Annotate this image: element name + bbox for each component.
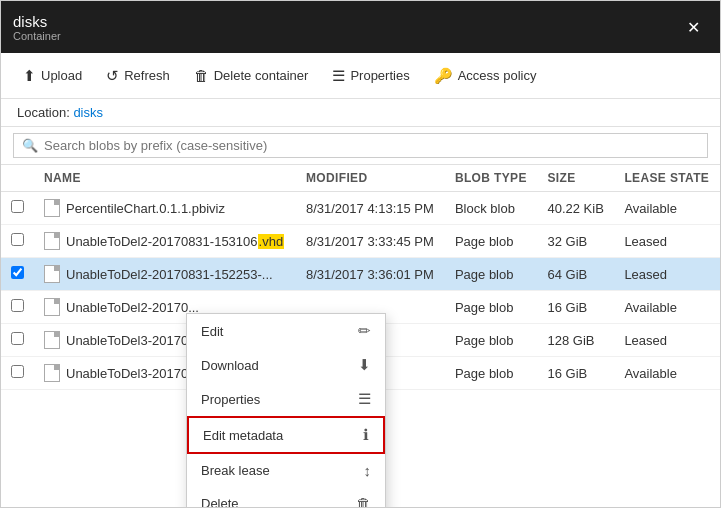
properties-button[interactable]: ☰ Properties — [322, 62, 419, 90]
row-size: 16 GiB — [537, 291, 614, 324]
file-icon — [44, 265, 60, 283]
break-lease-icon: ↕ — [364, 462, 372, 479]
access-policy-label: Access policy — [458, 68, 537, 83]
row-checkbox[interactable] — [1, 291, 34, 324]
context-edit-metadata-label: Edit metadata — [203, 428, 283, 443]
col-blobtype: BLOB TYPE — [445, 165, 538, 192]
window-subtitle: Container — [13, 30, 61, 42]
upload-button[interactable]: ⬆ Upload — [13, 62, 92, 90]
properties-icon: ☰ — [332, 67, 345, 85]
file-icon — [44, 232, 60, 250]
row-leasestate: Available — [614, 357, 720, 390]
content-area: NAME MODIFIED BLOB TYPE SIZE LEASE STATE… — [1, 165, 720, 507]
row-blobtype: Page blob — [445, 225, 538, 258]
delete-container-icon: 🗑 — [194, 67, 209, 84]
access-policy-button[interactable]: 🔑 Access policy — [424, 62, 547, 90]
search-input[interactable] — [44, 138, 699, 153]
row-leasestate: Available — [614, 291, 720, 324]
context-menu-break-lease[interactable]: Break lease ↕ — [187, 454, 385, 487]
close-button[interactable]: ✕ — [679, 14, 708, 41]
file-name: UnableToDel3-20170... — [66, 333, 199, 348]
file-icon — [44, 298, 60, 316]
row-blobtype: Page blob — [445, 324, 538, 357]
access-policy-icon: 🔑 — [434, 67, 453, 85]
context-menu-edit[interactable]: Edit ✏ — [187, 314, 385, 348]
edit-icon: ✏ — [358, 322, 371, 340]
upload-label: Upload — [41, 68, 82, 83]
row-checkbox[interactable] — [1, 225, 34, 258]
row-modified: 8/31/2017 4:13:15 PM — [296, 192, 445, 225]
context-menu: Edit ✏ Download ⬇ Properties ☰ Edit meta… — [186, 313, 386, 507]
context-menu-properties[interactable]: Properties ☰ — [187, 382, 385, 416]
context-properties-label: Properties — [201, 392, 260, 407]
row-name: UnableToDel2-20170831-152253-... — [34, 258, 296, 291]
table-row[interactable]: UnableToDel2-20170831-152253-... 8/31/20… — [1, 258, 720, 291]
toolbar: ⬆ Upload ↺ Refresh 🗑 Delete container ☰ … — [1, 53, 720, 99]
file-name: UnableToDel2-20170831-153106.vhd — [66, 234, 284, 249]
properties-list-icon: ☰ — [358, 390, 371, 408]
delete-container-label: Delete container — [214, 68, 309, 83]
context-download-label: Download — [201, 358, 259, 373]
row-name: UnableToDel2-20170831-153106.vhd — [34, 225, 296, 258]
table-header-row: NAME MODIFIED BLOB TYPE SIZE LEASE STATE — [1, 165, 720, 192]
file-name: UnableToDel3-20170... — [66, 366, 199, 381]
table-row[interactable]: PercentileChart.0.1.1.pbiviz 8/31/2017 4… — [1, 192, 720, 225]
row-modified: 8/31/2017 3:33:45 PM — [296, 225, 445, 258]
file-name: PercentileChart.0.1.1.pbiviz — [66, 201, 225, 216]
row-leasestate: Leased — [614, 258, 720, 291]
refresh-button[interactable]: ↺ Refresh — [96, 62, 180, 90]
title-bar: disks Container ✕ — [1, 1, 720, 53]
row-checkbox[interactable] — [1, 324, 34, 357]
context-menu-delete[interactable]: Delete 🗑 — [187, 487, 385, 507]
file-icon — [44, 331, 60, 349]
refresh-label: Refresh — [124, 68, 170, 83]
upload-icon: ⬆ — [23, 67, 36, 85]
table-row[interactable]: UnableToDel2-20170831-153106.vhd 8/31/20… — [1, 225, 720, 258]
col-modified: MODIFIED — [296, 165, 445, 192]
row-checkbox[interactable] — [1, 192, 34, 225]
download-icon: ⬇ — [358, 356, 371, 374]
search-bar: 🔍 — [1, 127, 720, 165]
col-leasestate: LEASE STATE — [614, 165, 720, 192]
row-size: 128 GiB — [537, 324, 614, 357]
search-icon: 🔍 — [22, 138, 38, 153]
location-label: Location: — [17, 105, 70, 120]
context-edit-label: Edit — [201, 324, 223, 339]
name-highlight: .vhd — [258, 234, 285, 249]
file-icon — [44, 364, 60, 382]
row-leasestate: Leased — [614, 225, 720, 258]
file-name: UnableToDel2-20170... — [66, 300, 199, 315]
context-break-lease-label: Break lease — [201, 463, 270, 478]
row-blobtype: Page blob — [445, 357, 538, 390]
row-leasestate: Available — [614, 192, 720, 225]
col-name: NAME — [34, 165, 296, 192]
row-name: PercentileChart.0.1.1.pbiviz — [34, 192, 296, 225]
location-bar: Location: disks — [1, 99, 720, 127]
context-delete-label: Delete — [201, 496, 239, 507]
row-checkbox[interactable] — [1, 258, 34, 291]
title-bar-left: disks Container — [13, 13, 61, 42]
context-menu-edit-metadata[interactable]: Edit metadata ℹ — [187, 416, 385, 454]
row-modified: 8/31/2017 3:36:01 PM — [296, 258, 445, 291]
info-icon: ℹ — [363, 426, 369, 444]
row-checkbox[interactable] — [1, 357, 34, 390]
delete-icon: 🗑 — [356, 495, 371, 507]
location-link[interactable]: disks — [73, 105, 103, 120]
file-icon — [44, 199, 60, 217]
main-window: disks Container ✕ ⬆ Upload ↺ Refresh 🗑 D… — [0, 0, 721, 508]
context-menu-download[interactable]: Download ⬇ — [187, 348, 385, 382]
window-title: disks — [13, 13, 61, 30]
row-leasestate: Leased — [614, 324, 720, 357]
row-size: 64 GiB — [537, 258, 614, 291]
properties-label: Properties — [350, 68, 409, 83]
row-size: 32 GiB — [537, 225, 614, 258]
row-blobtype: Page blob — [445, 291, 538, 324]
col-size: SIZE — [537, 165, 614, 192]
refresh-icon: ↺ — [106, 67, 119, 85]
row-size: 16 GiB — [537, 357, 614, 390]
search-input-wrap: 🔍 — [13, 133, 708, 158]
col-checkbox — [1, 165, 34, 192]
delete-container-button[interactable]: 🗑 Delete container — [184, 62, 319, 89]
row-size: 40.22 KiB — [537, 192, 614, 225]
row-blobtype: Block blob — [445, 192, 538, 225]
